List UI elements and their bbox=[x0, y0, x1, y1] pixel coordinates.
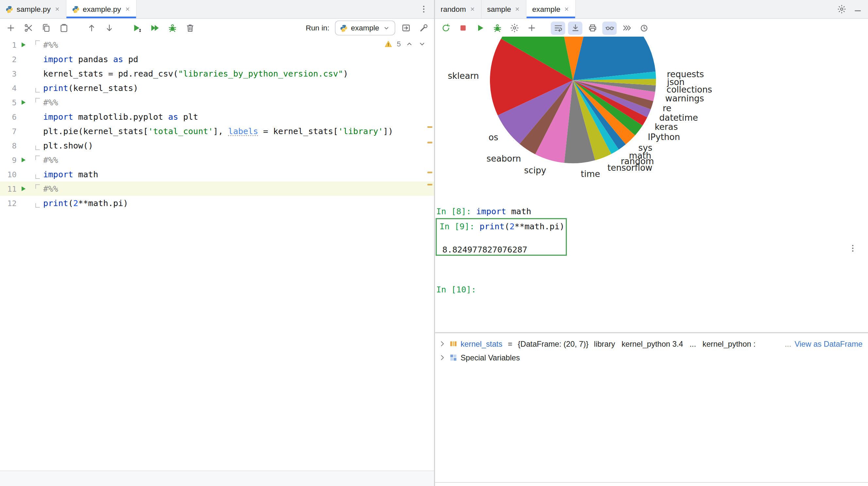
code-line[interactable]: 1#%% bbox=[0, 38, 434, 52]
output-kebab-menu-icon[interactable] bbox=[848, 244, 858, 253]
code-text: kernel_stats = pd.read_csv("libraries_by… bbox=[43, 69, 348, 79]
run-cell-gutter-icon[interactable] bbox=[17, 41, 30, 48]
svg-text:datetime: datetime bbox=[659, 113, 698, 123]
minimize-icon[interactable] bbox=[853, 5, 862, 14]
svg-text:sys: sys bbox=[639, 143, 652, 153]
expand-chevron-right-icon[interactable] bbox=[439, 354, 446, 361]
new-console-button[interactable] bbox=[524, 21, 539, 35]
tab-close-icon[interactable] bbox=[54, 6, 60, 12]
tab-label: random bbox=[440, 5, 466, 13]
move-cell-down-button[interactable] bbox=[102, 21, 116, 35]
code-line[interactable]: 7plt.pie(kernel_stats['total_count'], la… bbox=[0, 124, 434, 138]
cut-cell-button[interactable] bbox=[21, 21, 35, 35]
run-settings-button[interactable] bbox=[507, 21, 521, 35]
line-number: 10 bbox=[0, 170, 17, 179]
copy-cell-button[interactable] bbox=[39, 21, 53, 35]
run-all-cells-button[interactable] bbox=[147, 21, 161, 35]
delete-cell-button[interactable] bbox=[183, 21, 197, 35]
console-input-line: In [9]: print(2**math.pi) bbox=[440, 221, 564, 231]
skip-to-end-button[interactable] bbox=[619, 21, 634, 35]
ide-window: sample.pyexample.py Run in: example 1#%%… bbox=[0, 0, 868, 486]
fold-column bbox=[30, 66, 43, 81]
restart-kernel-button[interactable] bbox=[439, 21, 453, 35]
next-warning-chevron-down-icon[interactable] bbox=[418, 40, 426, 48]
editor-kebab-menu-icon[interactable] bbox=[419, 5, 428, 14]
stop-button[interactable] bbox=[456, 21, 470, 35]
view-as-dataframe-link[interactable]: View as DataFrame bbox=[795, 339, 862, 348]
code-editor[interactable]: 1#%%2import pandas as pd3kernel_stats = … bbox=[0, 37, 434, 470]
svg-text:os: os bbox=[489, 132, 498, 142]
run-cell-gutter-icon[interactable] bbox=[17, 185, 30, 192]
interpreter-dropdown[interactable]: example bbox=[335, 21, 395, 36]
settings-wrench-button[interactable] bbox=[416, 21, 431, 35]
svg-text:seaborn: seaborn bbox=[487, 154, 521, 163]
tab-label: example.py bbox=[83, 5, 121, 13]
variable-preview: library kernel_python 3.4 ... kernel_pyt… bbox=[594, 339, 755, 348]
soft-wrap-toggle[interactable] bbox=[551, 21, 565, 35]
inspection-stripe-mark[interactable] bbox=[428, 184, 432, 185]
editor-tab[interactable]: sample.py bbox=[0, 0, 66, 18]
code-line[interactable]: 10import math bbox=[0, 167, 434, 182]
editor-tab[interactable]: example.py bbox=[66, 0, 136, 18]
warning-triangle-icon bbox=[384, 40, 392, 48]
variable-row-kernel-stats[interactable]: kernel_stats = {DataFrame: (20, 7)} libr… bbox=[435, 337, 868, 350]
svg-text:requests: requests bbox=[667, 69, 704, 79]
open-in-console-button[interactable] bbox=[399, 21, 413, 35]
prev-warning-chevron-up-icon[interactable] bbox=[405, 40, 413, 48]
show-timestamps-button[interactable] bbox=[637, 21, 651, 35]
debug-cell-button[interactable] bbox=[165, 21, 179, 35]
tab-close-icon[interactable] bbox=[564, 6, 570, 12]
debug-button[interactable] bbox=[490, 21, 504, 35]
fold-column bbox=[30, 52, 43, 66]
variables-panel: kernel_stats = {DataFrame: (20, 7)} libr… bbox=[435, 333, 868, 482]
code-line[interactable]: 11#%% bbox=[0, 182, 434, 196]
svg-text:IPython: IPython bbox=[648, 132, 680, 142]
line-number: 7 bbox=[0, 127, 17, 136]
tab-close-icon[interactable] bbox=[469, 6, 475, 12]
run-cell-button[interactable] bbox=[129, 21, 144, 35]
special-variables-label: Special Variables bbox=[461, 353, 520, 362]
variable-name: kernel_stats bbox=[461, 339, 502, 348]
line-number: 9 bbox=[0, 156, 17, 164]
inspection-stripe-mark[interactable] bbox=[428, 172, 432, 173]
tab-close-icon[interactable] bbox=[515, 6, 521, 12]
run-cell-gutter-icon[interactable] bbox=[17, 157, 30, 163]
code-line[interactable]: 5#%% bbox=[0, 95, 434, 110]
code-text: #%% bbox=[43, 184, 58, 193]
inspections-widget[interactable]: 5 bbox=[384, 40, 426, 48]
resume-button[interactable] bbox=[473, 21, 487, 35]
console-prompt[interactable]: In [10]: bbox=[436, 283, 476, 296]
code-text: print(kernel_stats) bbox=[43, 83, 138, 93]
pie-chart: sklearnosseabornscipytimetensorflowrando… bbox=[435, 37, 868, 182]
console-tab[interactable]: example bbox=[527, 0, 576, 18]
paste-cell-button[interactable] bbox=[57, 21, 71, 35]
code-text: plt.pie(kernel_stats['total_count'], lab… bbox=[43, 126, 393, 136]
console-pane: randomsampleexample sklearnosseabornscip… bbox=[435, 0, 868, 486]
variable-type: {DataFrame: (20, 7)} bbox=[518, 339, 591, 348]
console-tab[interactable]: sample bbox=[482, 0, 527, 18]
code-line[interactable]: 12print(2**math.pi) bbox=[0, 196, 434, 210]
gear-icon[interactable] bbox=[837, 5, 846, 14]
fold-column bbox=[30, 110, 43, 124]
special-variables-row[interactable]: Special Variables bbox=[435, 350, 868, 364]
tab-close-icon[interactable] bbox=[124, 6, 130, 12]
console-output[interactable]: sklearnosseabornscipytimetensorflowrando… bbox=[435, 37, 868, 332]
code-line[interactable]: 8plt.show() bbox=[0, 138, 434, 153]
expand-chevron-right-icon[interactable] bbox=[439, 339, 446, 347]
code-line[interactable]: 6import matplotlib.pyplot as plt bbox=[0, 110, 434, 124]
console-tab[interactable]: random bbox=[435, 0, 482, 18]
move-cell-up-button[interactable] bbox=[84, 21, 98, 35]
print-button[interactable] bbox=[585, 21, 599, 35]
run-cell-gutter-icon[interactable] bbox=[17, 99, 30, 105]
scroll-to-end-toggle[interactable] bbox=[568, 21, 583, 35]
code-line[interactable]: 3kernel_stats = pd.read_csv("libraries_b… bbox=[0, 66, 434, 81]
code-line[interactable]: 4print(kernel_stats) bbox=[0, 81, 434, 95]
add-cell-button[interactable] bbox=[3, 21, 18, 35]
svg-text:warnings: warnings bbox=[665, 94, 704, 103]
inspection-stripe-mark[interactable] bbox=[428, 126, 432, 127]
code-line[interactable]: 9#%% bbox=[0, 153, 434, 167]
code-text: #%% bbox=[43, 40, 58, 50]
inspection-stripe-mark[interactable] bbox=[428, 142, 432, 143]
code-line[interactable]: 2import pandas as pd bbox=[0, 52, 434, 66]
preview-toggle[interactable] bbox=[602, 21, 617, 35]
